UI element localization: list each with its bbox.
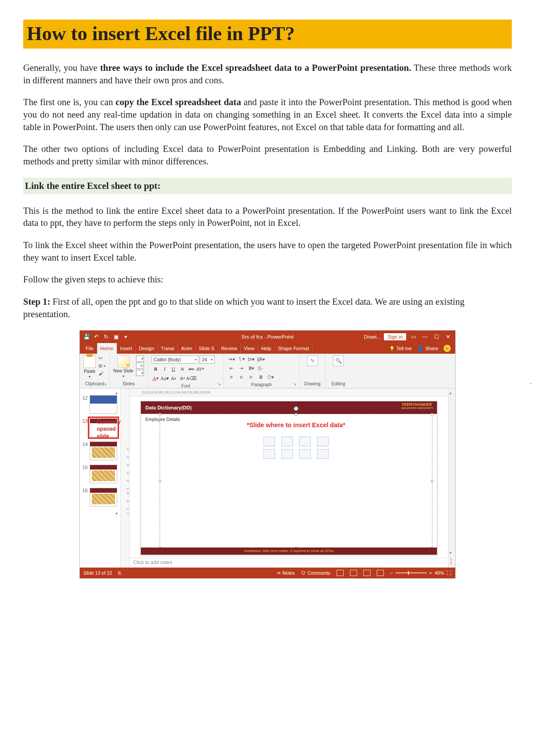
tab-slide-show[interactable]: Slide S <box>196 343 218 354</box>
font-name-combo[interactable]: Calibri (Body)▾ <box>152 356 199 364</box>
accessibility-icon[interactable]: ⎘ <box>118 570 121 576</box>
insert-smartart-icon[interactable] <box>299 437 311 446</box>
comments-toggle[interactable]: 🗨 Comments <box>301 570 330 576</box>
strikethrough-icon[interactable]: abc <box>187 365 195 373</box>
insert-video-icon[interactable] <box>299 449 311 459</box>
resize-handle[interactable] <box>159 413 161 416</box>
tab-insert[interactable]: Insert <box>117 343 136 354</box>
copy-icon[interactable]: ⧉ ▾ <box>99 363 106 369</box>
format-painter-icon[interactable]: 🖌 <box>99 371 106 376</box>
collapse-ribbon-icon[interactable]: ⌃ <box>529 382 532 387</box>
tab-review[interactable]: Review <box>218 343 241 354</box>
italic-icon[interactable]: I <box>160 365 169 373</box>
resize-handle[interactable] <box>159 480 161 482</box>
sign-in-button[interactable]: Sign in <box>384 333 406 340</box>
tab-animations[interactable]: Anim <box>178 343 196 354</box>
drawing-icon[interactable]: ✎ <box>307 356 318 366</box>
tab-view[interactable]: View <box>241 343 258 354</box>
next-slide-icon[interactable]: ⤓⤒ <box>449 557 453 566</box>
minimize-icon[interactable]: — <box>420 334 429 340</box>
close-icon[interactable]: ✕ <box>444 334 453 340</box>
zoom-percent[interactable]: 40% <box>435 570 444 576</box>
tab-help[interactable]: Help <box>258 343 275 354</box>
text-direction-icon[interactable]: ||A▾ <box>257 356 265 363</box>
maximize-icon[interactable]: ☐ <box>432 334 441 340</box>
tab-file[interactable]: File <box>82 343 97 354</box>
ribbon-display-options-icon[interactable]: ▭ <box>409 334 418 340</box>
change-case-icon[interactable]: Aa▾ <box>160 374 169 382</box>
resize-handle[interactable] <box>431 480 433 482</box>
reading-view-icon[interactable] <box>363 570 370 576</box>
insert-table-icon[interactable] <box>263 437 275 446</box>
thumbnail-14[interactable]: 14 <box>82 441 120 460</box>
dialog-launcher-icon[interactable]: ↘ <box>103 381 107 386</box>
bold-icon[interactable]: B <box>152 365 160 373</box>
find-icon[interactable]: 🔍 <box>333 356 344 366</box>
notes-toggle[interactable]: ≐ Notes <box>277 570 295 576</box>
content-placeholder[interactable]: *Slide where to insert Excel data* <box>160 414 432 548</box>
font-color-icon[interactable]: A▾ <box>152 374 160 382</box>
dialog-launcher-icon[interactable]: ↘ <box>293 381 296 386</box>
slide-thumbnails-pane[interactable]: ▴ 12 13 14 15 16 ▾ <box>80 388 121 568</box>
insert-online-pictures-icon[interactable] <box>281 449 293 459</box>
char-spacing-icon[interactable]: AV▾ <box>196 365 204 373</box>
section-icon[interactable]: ▾ <box>136 370 144 376</box>
layout-icon[interactable]: ▾ <box>136 356 144 362</box>
scroll-up-icon[interactable]: ▴ <box>449 390 452 395</box>
dialog-launcher-icon[interactable]: ↘ <box>217 381 221 386</box>
qat-more-icon[interactable]: ▾ <box>123 334 129 340</box>
fit-to-window-icon[interactable]: ⛶ <box>447 570 452 576</box>
increase-indent-icon[interactable]: ⇥ <box>237 364 245 372</box>
line-spacing-icon[interactable]: ‡≡▾ <box>247 356 255 363</box>
align-center-icon[interactable]: ≡ <box>237 373 245 380</box>
align-text-icon[interactable]: ⍐▾ <box>257 364 265 372</box>
zoom-slider[interactable]: − + 40% ⛶ <box>390 570 452 576</box>
columns-icon[interactable]: ≣▾ <box>247 364 255 372</box>
bullets-icon[interactable]: ≔▾ <box>227 356 235 363</box>
slideshow-view-icon[interactable] <box>377 570 384 576</box>
zoom-in-icon[interactable]: + <box>429 570 432 576</box>
share-button[interactable]: 👤Share <box>417 346 438 351</box>
slideshow-from-start-icon[interactable]: ▣ <box>113 334 119 340</box>
cut-icon[interactable]: ✂ <box>99 356 106 361</box>
align-right-icon[interactable]: ≡ <box>247 373 255 380</box>
grow-font-icon[interactable]: A▴ <box>169 374 177 382</box>
thumbnail-15[interactable]: 15 <box>82 465 120 483</box>
normal-view-icon[interactable] <box>337 570 344 576</box>
font-size-combo[interactable]: 24▾ <box>200 356 215 364</box>
tab-home[interactable]: Home <box>97 343 117 354</box>
undo-icon[interactable]: ↶ <box>93 334 99 340</box>
reset-icon[interactable]: ⟲ <box>136 363 144 369</box>
decrease-indent-icon[interactable]: ⇤ <box>227 364 235 372</box>
scroll-down-icon[interactable]: ▾ <box>449 550 452 555</box>
redo-icon[interactable]: ↻ <box>103 334 109 340</box>
paste-button[interactable]: Paste▾ <box>83 356 96 379</box>
tab-transitions[interactable]: Transi <box>158 343 178 354</box>
insert-chart-icon[interactable] <box>281 437 293 446</box>
numbering-icon[interactable]: ⒈▾ <box>237 356 245 363</box>
tell-me-search[interactable]: Tell me <box>389 346 412 351</box>
resize-handle[interactable] <box>295 413 297 416</box>
convert-smartart-icon[interactable]: ⬡▾ <box>267 373 275 380</box>
tab-design[interactable]: Design <box>136 343 158 354</box>
underline-icon[interactable]: U <box>169 365 177 373</box>
shrink-font-icon[interactable]: A▾ <box>178 374 186 382</box>
insert-icon-icon[interactable] <box>317 449 329 459</box>
shadow-icon[interactable]: S <box>178 365 186 373</box>
save-icon[interactable]: 💾 <box>83 334 90 340</box>
new-slide-button[interactable]: New Slide▾ <box>113 356 133 378</box>
tab-shape-format[interactable]: Shape Format <box>275 343 313 354</box>
notes-pane[interactable]: Click to add notes <box>130 558 448 568</box>
rotate-handle-icon[interactable] <box>294 406 298 411</box>
slide-preview[interactable]: Data Dictionary(DD) TEERTHANKER MAHAVEER… <box>140 401 437 555</box>
insert-pictures-icon[interactable] <box>263 449 275 459</box>
zoom-out-icon[interactable]: − <box>390 570 393 576</box>
clear-formatting-icon[interactable]: A⌫ <box>187 374 195 382</box>
thumbnail-16[interactable]: 16 <box>82 488 120 507</box>
feedback-smiley-icon[interactable]: ☺ <box>444 345 451 352</box>
resize-handle[interactable] <box>431 413 433 416</box>
thumbnail-12[interactable]: 12 <box>82 395 120 414</box>
justify-icon[interactable]: ≣ <box>257 373 265 380</box>
insert-3d-model-icon[interactable] <box>317 437 329 446</box>
vertical-scrollbar[interactable]: ▴ ▾ ⤓⤒ <box>448 388 455 568</box>
